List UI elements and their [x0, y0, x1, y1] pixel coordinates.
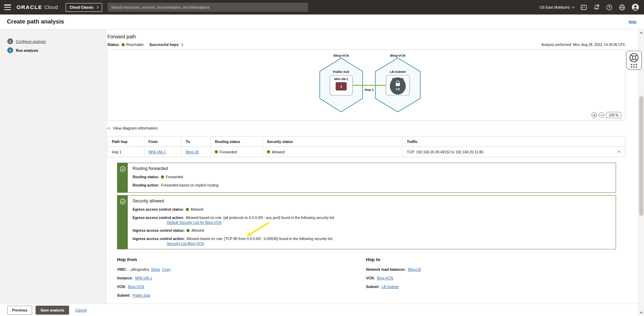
- panel-success-stripe: [117, 195, 128, 249]
- subnet-to-label: Subnet:: [366, 285, 379, 289]
- ingress-action-value: Allowed based on rule: [TCP 80 from 0.0.…: [186, 237, 333, 241]
- run-analysis-content: Forward path Status: Reachable Successfu…: [107, 29, 627, 304]
- ingress-status-label: Ingress access control status:: [133, 228, 185, 232]
- step-configure-analysis[interactable]: 1 Configure analysis: [7, 38, 106, 44]
- subnet-from-link[interactable]: Public-Sub: [133, 293, 150, 297]
- lock-body: [396, 83, 400, 86]
- page-title: Create path analysis: [7, 18, 64, 25]
- col-from: From: [144, 136, 181, 146]
- vertical-scrollbar[interactable]: [638, 29, 644, 316]
- zoom-in-button[interactable]: [592, 112, 597, 118]
- cloud-classic-button[interactable]: Cloud Classic: [66, 3, 102, 12]
- svg-text:?: ?: [608, 6, 610, 9]
- security-status-value: Allowed: [272, 150, 285, 154]
- routing-action-label: Routing action:: [133, 183, 159, 187]
- lb-icon-letters: LB: [396, 87, 400, 91]
- ingress-action-label: Ingress access control action:: [133, 237, 185, 241]
- routing-panel-status-value: Forwarded: [166, 175, 183, 179]
- instance-link[interactable]: NPA-VM-1: [135, 276, 152, 280]
- hops-label: Successful hops:: [150, 42, 180, 47]
- vcn-from-link[interactable]: Blog-VCN: [128, 285, 144, 289]
- vcn-from-label: VCN:: [117, 285, 126, 289]
- status-row: Status: Reachable Successful hops: 1 Ana…: [107, 42, 625, 47]
- hop-from-section: Hop from VNIC: ...y6lcgzsdzq Show Copy I…: [117, 257, 366, 302]
- cancel-link[interactable]: Cancel: [75, 308, 87, 312]
- scrollbar-thumb[interactable]: [639, 96, 643, 216]
- hops-value: 1: [181, 42, 183, 47]
- egress-status-label: Egress access control status:: [133, 207, 184, 211]
- step-1-label[interactable]: Configure analysis: [16, 39, 46, 44]
- cell-path-hop: Hop 1: [108, 147, 144, 157]
- dev-console-icon[interactable]: [580, 4, 587, 11]
- chevron-right-icon: [96, 6, 98, 9]
- egress-status-value: Allowed: [191, 207, 203, 211]
- instance-node-npa-vm-1[interactable]: NPA-VM-1 I: [330, 75, 353, 95]
- nlb-link[interactable]: Blog-LB: [408, 267, 421, 271]
- routing-panel-dot: [161, 175, 164, 179]
- security-status-dot: [267, 150, 270, 153]
- egress-security-list-link[interactable]: Default Security List for Blog-VCN: [167, 220, 221, 224]
- step-2-circle: 2: [7, 47, 13, 53]
- diagram-navigator-widget[interactable]: [626, 51, 642, 69]
- wizard-steps-sidebar: 1 Configure analysis 2 Run analysis: [0, 29, 106, 304]
- wizard-footer: Previous Save analysis Cancel: [0, 304, 638, 316]
- vnic-copy-link[interactable]: Copy: [162, 267, 171, 271]
- ingress-status-dot: [186, 229, 190, 232]
- view-diagram-information-toggle[interactable]: View diagram information: [107, 126, 158, 130]
- zoom-out-button[interactable]: [599, 112, 604, 118]
- node1-title: NPA-VM-1: [334, 77, 348, 81]
- egress-status-dot: [186, 208, 189, 211]
- help-icon[interactable]: ?: [606, 4, 613, 11]
- save-analysis-button[interactable]: Save analysis: [36, 306, 69, 315]
- page-header: Create path analysis Help: [0, 15, 644, 29]
- step-2-label: Run analysis: [16, 48, 38, 52]
- scrollbar-up-arrow[interactable]: [640, 31, 643, 33]
- user-avatar[interactable]: [632, 3, 639, 11]
- path-diagram-canvas[interactable]: Blog-VCN Public-Sub Blog-VCN LB-Subnet H…: [107, 49, 625, 121]
- topbar-actions: US East (Ashburn) ?: [539, 3, 639, 11]
- notifications-bell-icon[interactable]: [593, 4, 600, 11]
- routing-action-value: Forwarded based on implicit routing.: [161, 183, 219, 187]
- step-run-analysis[interactable]: 2 Run analysis: [7, 47, 106, 53]
- step-1-circle: 1: [7, 38, 13, 44]
- subnet-to-link[interactable]: LB-Subnet: [382, 285, 399, 289]
- oracle-cloud-logo: ORACLE Cloud: [17, 4, 58, 10]
- panel-success-stripe: [117, 163, 128, 192]
- drag-handle-dots-icon[interactable]: [631, 64, 637, 68]
- view-diagram-information-label: View diagram information: [113, 126, 158, 130]
- load-balancer-node-blog-lb[interactable]: Blog-LB LB: [386, 75, 410, 95]
- hop1-label: Hop 1: [365, 88, 374, 92]
- vnic-show-link[interactable]: Show: [151, 267, 160, 271]
- zoom-level-input[interactable]: 100 %: [606, 112, 621, 118]
- path-hops-table: Path hop From To Routing status Security…: [107, 136, 625, 157]
- ingress-security-list-link[interactable]: Security List-Blog-VCN: [167, 241, 204, 246]
- help-link[interactable]: Help: [628, 20, 636, 24]
- subnet2-label: LB-Subnet: [390, 70, 406, 74]
- hamburger-menu-icon[interactable]: [4, 4, 12, 10]
- to-link[interactable]: Blog-LB: [186, 150, 199, 154]
- reachable-status-dot: [122, 43, 125, 46]
- row-collapse-chevron-icon[interactable]: [617, 151, 621, 154]
- instance-icon-letter: I: [340, 85, 342, 89]
- cloud-wordmark: Cloud: [44, 4, 58, 10]
- hop-to-section: Hop to Network load balancer: Blog-LB VC…: [366, 257, 421, 302]
- col-to: To: [181, 136, 210, 146]
- subnet1-label: Public-Sub: [333, 70, 350, 74]
- region-label: US East (Ashburn): [539, 5, 570, 9]
- vcn-to-label: VCN:: [366, 276, 375, 280]
- previous-button[interactable]: Previous: [7, 306, 32, 315]
- topbar: ORACLE Cloud Cloud Classic US East (Ashb…: [0, 0, 644, 15]
- vcn2-label: Blog-VCN: [390, 54, 405, 57]
- globe-language-icon[interactable]: [619, 4, 625, 11]
- routing-panel-title: Routing forwarded: [133, 166, 616, 171]
- search-input[interactable]: [108, 3, 308, 12]
- hop-from-title: Hop from: [117, 257, 366, 262]
- vcn-to-link[interactable]: Blog-VCN: [377, 276, 393, 280]
- region-selector[interactable]: US East (Ashburn): [539, 5, 574, 9]
- scrollbar-down-arrow[interactable]: [640, 312, 643, 314]
- oracle-wordmark: ORACLE: [17, 4, 42, 10]
- nlb-label: Network load balancer:: [366, 267, 406, 271]
- vnic-label: VNIC:: [117, 267, 127, 271]
- from-link[interactable]: NPA-VM-1: [148, 150, 165, 154]
- hop-to-title: Hop to: [366, 257, 421, 262]
